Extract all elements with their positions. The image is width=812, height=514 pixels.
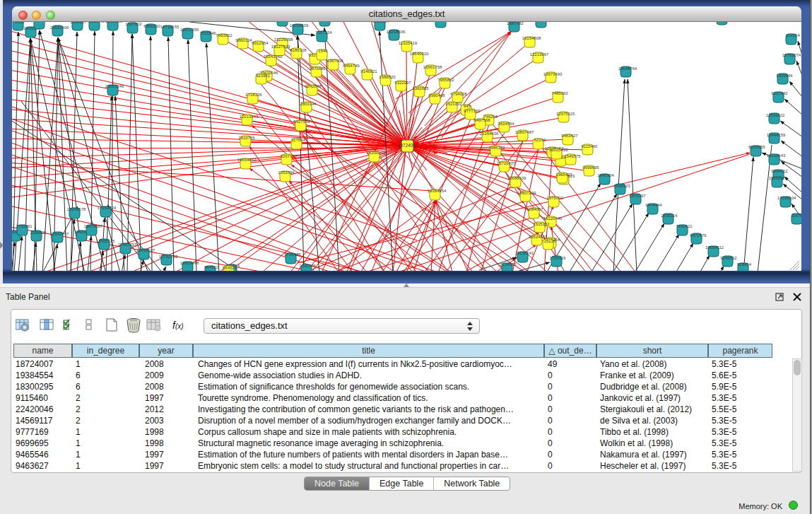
svg-text:2055: 2055 — [15, 22, 25, 24]
svg-text:20206578: 20206578 — [67, 207, 86, 211]
svg-text:12213967: 12213967 — [530, 52, 549, 57]
svg-text:10973493: 10973493 — [543, 72, 563, 76]
svg-text:15692971: 15692971 — [769, 176, 788, 180]
svg-text:1362615: 1362615 — [412, 86, 429, 90]
svg-text:12444159: 12444159 — [767, 133, 786, 137]
svg-text:19384554: 19384554 — [428, 189, 447, 193]
svg-text:7515546: 7515546 — [199, 31, 216, 35]
svg-text:3624554: 3624554 — [498, 122, 514, 126]
svg-text:9463627: 9463627 — [561, 134, 578, 138]
svg-text:1610755: 1610755 — [238, 136, 255, 140]
svg-text:7663822: 7663822 — [216, 33, 233, 37]
svg-text:2718126: 2718126 — [245, 93, 262, 97]
svg-text:7124563: 7124563 — [500, 262, 517, 267]
svg-text:17957253: 17957253 — [118, 243, 137, 247]
svg-text:10807487: 10807487 — [515, 130, 534, 134]
svg-text:7132648: 7132648 — [88, 22, 105, 23]
svg-text:10653267: 10653267 — [105, 22, 124, 23]
svg-text:16543362: 16543362 — [264, 54, 283, 59]
svg-text:12342757: 12342757 — [50, 232, 69, 236]
svg-text:928454: 928454 — [737, 262, 752, 267]
svg-text:2087682: 2087682 — [507, 22, 524, 25]
svg-text:8186328: 8186328 — [290, 48, 307, 52]
svg-text:9115460: 9115460 — [582, 144, 599, 148]
svg-text:62160: 62160 — [534, 138, 546, 142]
svg-text:6966160: 6966160 — [143, 24, 160, 28]
svg-text:84221: 84221 — [35, 22, 47, 23]
svg-text:7632621: 7632621 — [676, 224, 693, 228]
svg-text:1353594: 1353594 — [278, 170, 295, 175]
svg-text:25225: 25225 — [544, 239, 556, 243]
svg-text:25300203: 25300203 — [367, 151, 386, 155]
svg-text:923961: 923961 — [256, 74, 271, 78]
svg-text:2367608: 2367608 — [326, 59, 343, 63]
svg-text:1527602: 1527602 — [125, 22, 142, 26]
svg-text:3267110: 3267110 — [281, 154, 298, 158]
svg-text:1588520: 1588520 — [379, 75, 396, 79]
svg-text:18127509: 18127509 — [271, 45, 290, 49]
svg-text:9329966: 9329966 — [776, 74, 793, 78]
svg-text:9860124: 9860124 — [235, 38, 252, 42]
svg-text:16154808: 16154808 — [522, 36, 541, 40]
svg-text:18640910: 18640910 — [410, 52, 429, 56]
svg-text:116753: 116753 — [791, 214, 801, 218]
svg-text:1242345: 1242345 — [299, 264, 316, 268]
svg-text:1965423: 1965423 — [555, 173, 572, 177]
svg-text:16120746: 16120746 — [543, 216, 563, 221]
svg-text:17359924: 17359924 — [98, 206, 117, 210]
svg-text:19654952: 19654952 — [237, 158, 257, 162]
svg-text:1615152: 1615152 — [533, 222, 550, 226]
svg-text:12093822: 12093822 — [766, 113, 785, 117]
svg-text:1640954: 1640954 — [597, 173, 614, 177]
svg-text:117004: 117004 — [291, 138, 305, 142]
svg-text:20053346: 20053346 — [105, 84, 124, 88]
svg-text:1735061: 1735061 — [16, 224, 33, 228]
svg-text:6497568: 6497568 — [473, 118, 490, 122]
svg-text:5322037: 5322037 — [394, 81, 411, 85]
svg-text:964521: 964521 — [223, 266, 237, 270]
svg-text:10654112: 10654112 — [705, 245, 724, 250]
svg-text:112154: 112154 — [786, 33, 800, 37]
svg-text:7955812: 7955812 — [437, 78, 454, 82]
svg-text:10688609: 10688609 — [507, 176, 526, 180]
svg-text:16961758: 16961758 — [423, 65, 442, 69]
svg-text:7357224: 7357224 — [315, 30, 332, 35]
svg-text:12213363: 12213363 — [240, 115, 259, 119]
svg-text:1621022: 1621022 — [445, 102, 462, 106]
svg-text:10025433: 10025433 — [549, 148, 568, 152]
svg-text:3875685: 3875685 — [309, 66, 326, 71]
svg-text:945: 945 — [464, 104, 471, 108]
svg-text:f(x): f(x) — [172, 320, 184, 331]
svg-text:9474444: 9474444 — [645, 203, 662, 207]
svg-text:8938923: 8938923 — [613, 184, 630, 188]
svg-text:6879197: 6879197 — [629, 194, 646, 198]
svg-text:21364436: 21364436 — [480, 132, 499, 136]
svg-text:8427552: 8427552 — [293, 119, 310, 124]
svg-text:15720407: 15720407 — [497, 161, 516, 165]
svg-text:8990448: 8990448 — [428, 93, 445, 98]
svg-text:9242848: 9242848 — [305, 84, 322, 88]
svg-text:18724007: 18724007 — [398, 143, 418, 148]
svg-text:10958107: 10958107 — [136, 248, 155, 252]
svg-text:9534212: 9534212 — [771, 169, 788, 173]
svg-text:1733426: 1733426 — [549, 256, 566, 260]
svg-text:9777169: 9777169 — [464, 109, 481, 113]
svg-text:10719155: 10719155 — [160, 25, 180, 29]
svg-text:19218506: 19218506 — [387, 30, 406, 34]
svg-text:1194307: 1194307 — [71, 22, 88, 24]
svg-text:17016504: 17016504 — [777, 196, 796, 200]
svg-text:14136141: 14136141 — [515, 251, 534, 255]
svg-text:9146821: 9146821 — [360, 69, 377, 74]
svg-text:9716485: 9716485 — [284, 252, 301, 257]
svg-text:16648764: 16648764 — [618, 66, 637, 71]
svg-text:16671355: 16671355 — [180, 28, 199, 32]
svg-text:19975887: 19975887 — [84, 224, 103, 228]
svg-text:9084067: 9084067 — [526, 207, 543, 211]
svg-text:12923448: 12923448 — [180, 261, 199, 265]
svg-text:16033809: 16033809 — [290, 23, 309, 28]
svg-text:8215955: 8215955 — [748, 145, 765, 149]
svg-text:7986322: 7986322 — [488, 146, 505, 150]
svg-text:12505135: 12505135 — [96, 239, 115, 243]
svg-text:9245652: 9245652 — [720, 256, 737, 260]
svg-text:16210643: 16210643 — [767, 153, 786, 158]
